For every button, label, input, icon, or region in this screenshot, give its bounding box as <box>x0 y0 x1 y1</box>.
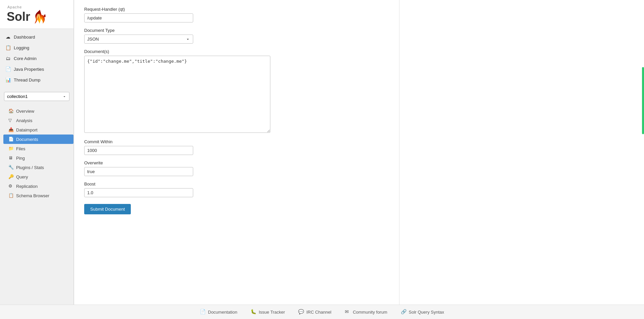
ping-icon: 🖥 <box>8 155 14 161</box>
sidebar: Apache Solr <box>0 0 74 305</box>
sidebar-item-logging[interactable]: 📋 Logging <box>0 42 73 53</box>
scroll-accent-bar <box>642 67 644 134</box>
sub-nav-item-replication[interactable]: ⚙ Replication <box>3 181 73 191</box>
sidebar-item-java-properties[interactable]: 📄 Java Properties <box>0 64 73 74</box>
community-forum-link[interactable]: ✉ Community forum <box>345 309 387 315</box>
sub-nav-item-documents[interactable]: 📄 Documents <box>3 135 73 144</box>
submit-group: Submit Document <box>84 203 389 214</box>
right-panel <box>399 0 644 305</box>
submit-document-button[interactable]: Submit Document <box>84 204 131 214</box>
sub-nav-item-ping[interactable]: 🖥 Ping <box>3 153 73 163</box>
document-type-label: Document Type <box>84 28 389 33</box>
sub-nav-item-analysis[interactable]: ▽ Analysis <box>3 116 73 125</box>
irc-channel-icon: 💬 <box>298 309 304 315</box>
analysis-icon: ▽ <box>8 118 14 123</box>
documents-group: Document(s) {"id":"change.me","title":"c… <box>84 49 389 134</box>
document-type-select[interactable]: JSON XML CSV SOLR <box>84 35 193 44</box>
community-forum-icon: ✉ <box>345 309 351 315</box>
sidebar-item-core-admin[interactable]: 🗂 Core Admin <box>0 53 73 64</box>
issue-tracker-icon: 🐛 <box>251 309 257 315</box>
files-icon: 📁 <box>8 146 14 151</box>
overwrite-label: Overwrite <box>84 160 389 165</box>
collection-selector[interactable]: collection1 <box>4 92 69 101</box>
solr-query-syntax-link[interactable]: 🔗 Solr Query Syntax <box>401 309 444 315</box>
document-type-group: Document Type JSON XML CSV SOLR <box>84 28 389 44</box>
boost-label: Boost <box>84 181 389 187</box>
documentation-icon: 📄 <box>200 309 206 315</box>
sub-nav-item-dataimport[interactable]: 📥 Dataimport <box>3 125 73 135</box>
logging-icon: 📋 <box>5 45 11 51</box>
schema-browser-icon: 📋 <box>8 193 14 198</box>
irc-channel-link[interactable]: 💬 IRC Channel <box>298 309 331 315</box>
commit-within-label: Commit Within <box>84 139 389 144</box>
footer: 📄 Documentation 🐛 Issue Tracker 💬 IRC Ch… <box>0 305 644 319</box>
request-handler-group: Request-Handler (qt) <box>84 7 389 22</box>
thread-dump-icon: 📊 <box>5 77 11 83</box>
documentation-link[interactable]: 📄 Documentation <box>200 309 237 315</box>
main-nav: ☁ Dashboard 📋 Logging 🗂 Core Admin 📄 Jav… <box>0 29 73 88</box>
issue-tracker-link[interactable]: 🐛 Issue Tracker <box>251 309 285 315</box>
query-icon: 🔑 <box>8 174 14 179</box>
sub-nav-item-overview[interactable]: 🏠 Overview <box>3 106 73 116</box>
overview-icon: 🏠 <box>8 108 14 114</box>
main-content: Request-Handler (qt) Document Type JSON … <box>74 0 399 305</box>
commit-within-group: Commit Within <box>84 139 389 155</box>
request-handler-input[interactable] <box>84 13 193 22</box>
sub-nav-item-files[interactable]: 📁 Files <box>3 144 73 153</box>
dataimport-icon: 📥 <box>8 127 14 132</box>
sub-nav-item-plugins-stats[interactable]: 🔧 Plugins / Stats <box>3 163 73 172</box>
boost-input[interactable] <box>84 188 193 197</box>
solr-label: Solr <box>7 11 30 23</box>
solr-flame-icon <box>32 8 48 25</box>
boost-group: Boost <box>84 181 389 197</box>
replication-icon: ⚙ <box>8 183 14 189</box>
collection-selector-container: collection1 <box>0 88 73 106</box>
documents-label: Document(s) <box>84 49 389 54</box>
sub-nav: 🏠 Overview ▽ Analysis 📥 Dataimport 📄 Doc… <box>0 106 73 200</box>
plugins-stats-icon: 🔧 <box>8 165 14 170</box>
overwrite-input[interactable] <box>84 167 193 176</box>
java-properties-icon: 📄 <box>5 66 11 72</box>
dashboard-icon: ☁ <box>5 34 11 40</box>
documents-icon: 📄 <box>8 137 14 142</box>
sidebar-item-dashboard[interactable]: ☁ Dashboard <box>0 32 73 42</box>
documents-textarea[interactable]: {"id":"change.me","title":"change.me"} <box>84 56 270 133</box>
sub-nav-item-query[interactable]: 🔑 Query <box>3 172 73 181</box>
core-admin-icon: 🗂 <box>5 55 11 61</box>
commit-within-input[interactable] <box>84 146 193 155</box>
sub-nav-item-schema-browser[interactable]: 📋 Schema Browser <box>3 191 73 200</box>
overwrite-group: Overwrite <box>84 160 389 176</box>
logo-area: Apache Solr <box>0 0 73 29</box>
sidebar-item-thread-dump[interactable]: 📊 Thread Dump <box>0 74 73 85</box>
solr-query-syntax-icon: 🔗 <box>401 309 407 315</box>
request-handler-label: Request-Handler (qt) <box>84 7 389 12</box>
